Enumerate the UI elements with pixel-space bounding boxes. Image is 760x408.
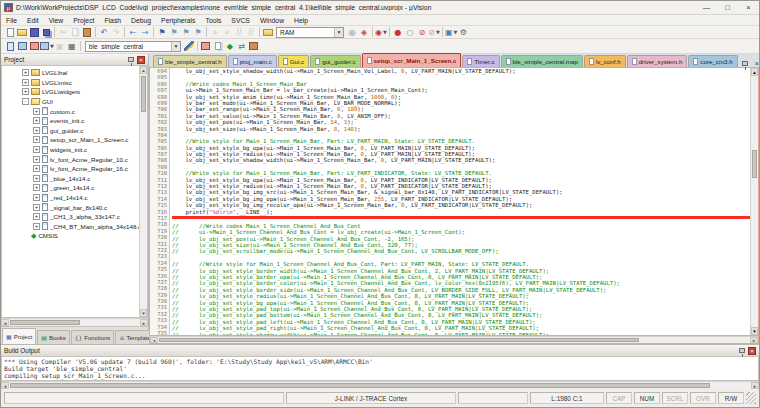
doc-tab-lv-conf-h[interactable]: lv_conf.h (584, 55, 626, 67)
tab-pin-icon[interactable] (742, 61, 748, 66)
doc-tab-driver-system-h[interactable]: driver_system.h (627, 55, 688, 67)
scroll-right-icon[interactable]: ► (140, 319, 148, 326)
code-area[interactable]: lv_obj_set_style_shadow_width(ui->Main_1… (170, 68, 750, 335)
minimize-button[interactable]: — (696, 1, 717, 14)
tree-item-lvgl-hal[interactable]: +LVGL\hal (2, 68, 139, 78)
copy-icon[interactable] (69, 27, 81, 38)
scroll-left-icon[interactable]: ◄ (150, 337, 158, 343)
rebuild-all-targets-icon[interactable] (28, 41, 40, 52)
editor-hscroll-thumb[interactable] (159, 338, 639, 342)
build-hscroll-thumb[interactable] (10, 383, 710, 388)
close-button[interactable]: × (738, 1, 759, 14)
panel-tab-books[interactable]: ▤Books (37, 330, 69, 344)
menu-edit[interactable]: Edit (22, 15, 44, 26)
tree-expander-icon[interactable]: + (33, 117, 40, 124)
bookmark-previous-icon[interactable]: ⚑ (180, 27, 192, 38)
navigate-forward-icon[interactable]: → (139, 27, 151, 38)
download-to-flash-icon[interactable]: ▦ (66, 41, 78, 52)
tree-expander-icon[interactable]: + (33, 156, 40, 163)
doc-tab-proj-main-c[interactable]: proj_main.c (228, 55, 277, 67)
manage-project-items-icon[interactable] (200, 41, 212, 52)
build-horizontal-scrollbar[interactable]: ◄ ► (1, 381, 759, 389)
tree-item-lv-font-acme-regular-10-c[interactable]: +lv_font_Acme_Regular_10.c (2, 154, 139, 164)
outdent-icon[interactable]: « (221, 27, 233, 38)
editor-scroll-thumb[interactable] (752, 150, 757, 178)
batch-build-icon[interactable]: ▼ (40, 41, 54, 52)
menu-debug[interactable]: Debug (126, 15, 156, 26)
target-combobox[interactable]: ble_simple_central▼ (85, 41, 181, 52)
menu-project[interactable]: Project (68, 15, 99, 26)
chevron-down-icon[interactable]: ▼ (171, 42, 180, 51)
editor-horizontal-scrollbar[interactable]: ◄ ► (149, 336, 759, 344)
tree-expander-icon[interactable]: + (33, 108, 40, 115)
menu-svcs[interactable]: SVCS (226, 15, 255, 26)
maximize-button[interactable]: □ (717, 1, 738, 14)
tree-item-cmsis[interactable]: ◆CMSIS (2, 231, 139, 241)
options-for-target-icon[interactable] (183, 41, 195, 52)
scroll-right-icon[interactable]: ► (750, 337, 758, 343)
uncomment-selection-icon[interactable]: // (245, 27, 257, 38)
comment-selection-icon[interactable]: // (233, 27, 245, 38)
scroll-up-icon[interactable]: ▲ (751, 68, 758, 76)
doc-tab-ble-simple-central-map[interactable]: ble_simple_central.map (501, 55, 583, 67)
tree-item-events-init-c[interactable]: +events_init.c (2, 116, 139, 126)
window-layout-icon[interactable]: ▣▼ (445, 27, 457, 38)
tree-item-gui-guider-c[interactable]: +gui_guider.c (2, 126, 139, 136)
pack-installer-icon[interactable] (248, 41, 260, 52)
build-output-log[interactable]: *** Using Compiler 'V5.06 update 7 (buil… (1, 357, 759, 381)
editor-vertical-scrollbar[interactable]: ▲ ▼ (750, 68, 758, 335)
undo-icon[interactable]: ↶ (98, 27, 110, 38)
bookmark-toggle-icon[interactable]: ⚑ (156, 27, 168, 38)
find-in-files-icon[interactable] (262, 27, 274, 38)
doc-tab-gui-guider-c[interactable]: gui_guider.c (310, 55, 360, 67)
paste-icon[interactable] (81, 27, 93, 38)
scroll-left-icon[interactable]: ◄ (1, 319, 9, 326)
tree-expander-icon[interactable]: - (22, 98, 29, 105)
find-combobox[interactable]: RAM▼ (276, 27, 344, 38)
tree-item-gui[interactable]: -GUI (2, 97, 139, 107)
tree-item--green-14x14-c[interactable]: +_green_14x14.c (2, 183, 139, 193)
disable-all-breakpoints-icon[interactable]: ⊘▼ (428, 27, 440, 38)
stop-build-icon[interactable]: ▣ (54, 41, 66, 52)
tree-item--red-14x14-c[interactable]: +_red_14x14.c (2, 193, 139, 203)
tree-expander-icon[interactable]: + (33, 127, 40, 134)
tree-vertical-scrollbar[interactable]: ▲ ▼ (139, 66, 147, 317)
cut-icon[interactable]: ✂ (57, 27, 69, 38)
tree-expander-icon[interactable]: + (22, 88, 29, 95)
tree-expander-icon[interactable]: + (33, 223, 40, 230)
menu-view[interactable]: View (44, 15, 69, 26)
tree-item--signal-bar-8x140-c[interactable]: +_signal_bar_8x140.c (2, 202, 139, 212)
configure-icon[interactable]: ⚙ (457, 27, 469, 38)
panel-tab-project[interactable]: ▦Project (2, 328, 36, 344)
pin-icon[interactable] (739, 348, 745, 353)
tree-expander-icon[interactable]: + (22, 69, 29, 76)
scroll-up-icon[interactable]: ▲ (140, 66, 147, 74)
redo-icon[interactable]: ↷ (110, 27, 122, 38)
code-editor[interactable]: 6946956966976986997007017027037047057067… (149, 68, 759, 336)
open-file-icon[interactable] (16, 27, 28, 38)
pin-icon[interactable] (128, 57, 134, 62)
tree-scroll-thumb[interactable] (141, 76, 146, 112)
tree-expander-icon[interactable]: + (33, 184, 40, 191)
tree-item-lvgl-widgets[interactable]: +LVGL\widgets (2, 87, 139, 97)
navigate-back-icon[interactable]: ← (127, 27, 139, 38)
doc-tab-timer-c[interactable]: Timer.c (462, 55, 499, 67)
scroll-right-icon[interactable]: ► (751, 382, 759, 389)
tree-item--ch1-3-alpha-33x147-c[interactable]: +_CH1_3_alpha_33x147.c (2, 212, 139, 222)
menu-flash[interactable]: Flash (99, 15, 126, 26)
save-icon[interactable] (28, 27, 40, 38)
tree-expander-icon[interactable]: + (22, 79, 29, 86)
translate-file-icon[interactable] (4, 41, 16, 52)
tree-expander-icon[interactable]: + (33, 204, 40, 211)
save-all-icon[interactable] (40, 27, 52, 38)
menu-window[interactable]: Window (255, 15, 289, 26)
tree-expander-icon[interactable]: + (33, 213, 40, 220)
scroll-left-icon[interactable]: ◄ (1, 382, 9, 389)
tree-item--ch4-bt-main-alpha-34x148-c[interactable]: +_CH4_BT_Main_alpha_34x148.c (2, 222, 139, 232)
tree-hscroll-thumb[interactable] (10, 320, 80, 325)
select-software-packs-icon[interactable]: ⇄ (236, 41, 248, 52)
enable-disable-breakpoint-icon[interactable]: ○ (404, 27, 416, 38)
panel-tab-functions[interactable]: {}Functions (71, 330, 115, 344)
close-panel-icon[interactable]: × (137, 56, 145, 64)
manage-run-time-environment-icon[interactable]: ◆ (224, 41, 236, 52)
